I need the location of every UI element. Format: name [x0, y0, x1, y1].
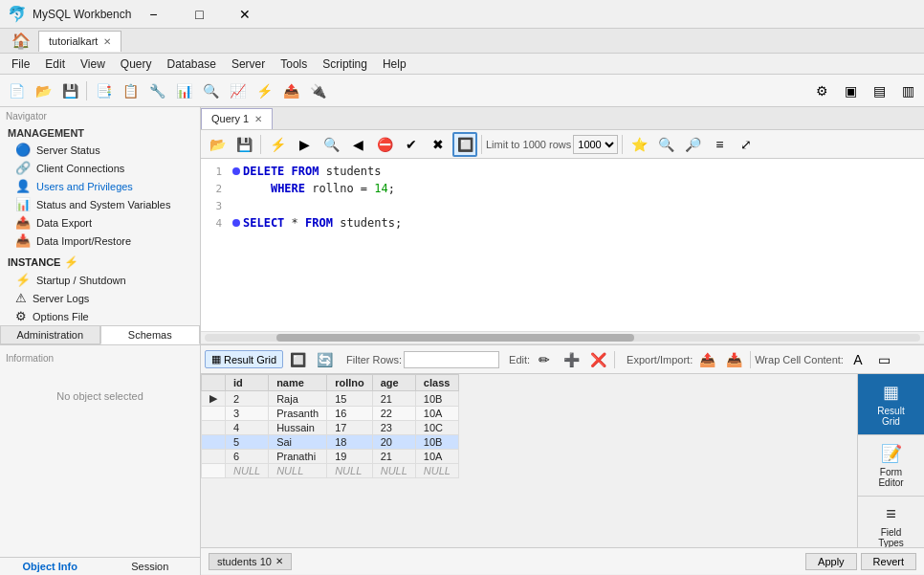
menu-edit[interactable]: Edit — [37, 55, 73, 73]
right-tab-field-types[interactable]: ≡ FieldTypes — [858, 497, 924, 547]
results-tab[interactable]: students 10 ✕ — [209, 553, 292, 570]
col-header-class[interactable]: class — [415, 375, 458, 391]
menu-file[interactable]: File — [4, 55, 37, 73]
limit-select[interactable]: 1000 — [573, 135, 618, 154]
table-row[interactable]: 4 Hussain 17 23 10C — [202, 421, 459, 435]
toolbar-open-btn[interactable]: 📂 — [31, 78, 55, 103]
hscroll[interactable] — [201, 331, 924, 344]
table-row[interactable]: 6 Pranathi 19 21 10A — [202, 450, 459, 464]
menu-query[interactable]: Query — [113, 55, 160, 73]
wrap-btn-2[interactable]: ▭ — [872, 347, 897, 372]
home-icon[interactable]: 🏠 — [4, 32, 38, 50]
revert-button[interactable]: Revert — [861, 553, 916, 570]
toolbar-new-btn[interactable]: 📄 — [4, 78, 29, 103]
sql-toggle-btn[interactable]: 🔲 — [452, 132, 477, 157]
results-tab-close[interactable]: ✕ — [275, 556, 283, 566]
sql-execute-current-btn[interactable]: ▶ — [292, 132, 317, 157]
main-layout: Navigator MANAGEMENT 🔵 Server Status 🔗 C… — [0, 107, 924, 575]
tab-session[interactable]: Session — [100, 558, 201, 575]
sidebar-item-client-connections[interactable]: 🔗 Client Connections — [0, 159, 200, 177]
toolbar-btn-3[interactable]: 📋 — [118, 78, 143, 103]
cell-age-4: 20 — [372, 435, 415, 450]
sidebar-item-startup-shutdown[interactable]: ⚡ Startup / Shutdown — [0, 271, 200, 289]
menu-database[interactable]: Database — [160, 55, 224, 73]
close-button[interactable]: ✕ — [223, 0, 267, 29]
form-editor-tab-icon: 📝 — [881, 443, 902, 464]
menu-tools[interactable]: Tools — [273, 55, 315, 73]
toolbar-btn-4[interactable]: 🔧 — [144, 78, 169, 103]
col-header-age[interactable]: age — [372, 375, 415, 391]
cell-class-3: 10C — [415, 421, 458, 435]
query-tab-close[interactable]: ✕ — [254, 114, 262, 124]
query-tab-1[interactable]: Query 1 ✕ — [201, 108, 273, 129]
col-header-rollno[interactable]: rollno — [327, 375, 373, 391]
sql-search2-btn[interactable]: 🔍 — [653, 132, 678, 157]
toolbar-view3-btn[interactable]: ▥ — [895, 78, 920, 103]
col-header-name[interactable]: name — [269, 375, 327, 391]
toolbar-settings-btn[interactable]: ⚙ — [809, 78, 834, 103]
toolbar-btn-7[interactable]: 📈 — [225, 78, 250, 103]
results-btn-2[interactable]: 🔲 — [285, 347, 310, 372]
import-btn[interactable]: 📥 — [721, 347, 746, 372]
result-grid-icon: ▦ — [211, 353, 221, 365]
toolbar-btn-2[interactable]: 📑 — [91, 78, 116, 103]
connection-tab[interactable]: tutorialkart ✕ — [38, 31, 121, 52]
toolbar-btn-9[interactable]: 📤 — [278, 78, 303, 103]
sql-execute-btn[interactable]: ⚡ — [265, 132, 290, 157]
sql-zoom-btn[interactable]: 🔎 — [680, 132, 705, 157]
tab-administration[interactable]: Administration — [0, 325, 100, 344]
sql-stop-btn[interactable]: ⛔ — [372, 132, 397, 157]
sidebar-item-users-privileges[interactable]: 👤 Users and Privileges — [0, 177, 200, 195]
toolbar-btn-6[interactable]: 🔍 — [198, 78, 223, 103]
toolbar-save-btn[interactable]: 💾 — [57, 78, 82, 103]
sql-commit-btn[interactable]: ✔ — [399, 132, 424, 157]
sql-search-btn[interactable]: 🔍 — [319, 132, 343, 157]
sidebar-item-data-export[interactable]: 📤 Data Export — [0, 213, 200, 232]
edit-btn-2[interactable]: ➕ — [559, 347, 583, 372]
toolbar-btn-5[interactable]: 📊 — [171, 78, 196, 103]
sidebar-item-options-file[interactable]: ⚙ Options File — [0, 307, 200, 325]
connection-tab-close[interactable]: ✕ — [103, 36, 111, 47]
sql-cancel-btn[interactable]: ✖ — [426, 132, 451, 157]
edit-btn-3[interactable]: ❌ — [585, 347, 610, 372]
export-btn[interactable]: 📤 — [694, 347, 719, 372]
apply-button[interactable]: Apply — [805, 553, 857, 570]
table-row[interactable]: 5 Sai 18 20 10B — [202, 435, 459, 450]
toolbar-view2-btn[interactable]: ▤ — [867, 78, 891, 103]
sql-save-btn[interactable]: 💾 — [231, 132, 256, 157]
users-privileges-icon: 👤 — [15, 179, 31, 193]
toolbar-btn-10[interactable]: 🔌 — [305, 78, 330, 103]
wrap-btn-1[interactable]: A — [846, 347, 870, 372]
sql-editor[interactable]: 1 DELETE FROM students 2 WHERE rollno = … — [201, 159, 924, 331]
results-refresh-btn[interactable]: 🔄 — [312, 347, 337, 372]
sql-cols-btn[interactable]: ≡ — [707, 132, 732, 157]
right-tab-result-grid[interactable]: ▦ ResultGrid — [858, 374, 924, 435]
menu-server[interactable]: Server — [224, 55, 273, 73]
result-grid[interactable]: id name rollno age class ▶ 2 Raj — [201, 374, 857, 547]
tab-object-info[interactable]: Object Info — [0, 558, 100, 575]
toolbar-view1-btn[interactable]: ▣ — [838, 78, 863, 103]
menu-scripting[interactable]: Scripting — [315, 55, 375, 73]
tab-schemas[interactable]: Schemas — [100, 325, 201, 344]
sql-line-3: 3 — [201, 197, 924, 214]
table-row[interactable]: 3 Prasanth 16 22 10A — [202, 407, 459, 421]
filter-input[interactable] — [404, 351, 499, 368]
right-tab-form-editor[interactable]: 📝 FormEditor — [858, 435, 924, 497]
result-grid-btn[interactable]: ▦ Result Grid — [205, 350, 283, 368]
edit-btn-1[interactable]: ✏ — [532, 347, 557, 372]
sidebar-item-status-variables[interactable]: 📊 Status and System Variables — [0, 195, 200, 213]
sql-back-btn[interactable]: ◀ — [345, 132, 370, 157]
sql-open-btn[interactable]: 📂 — [205, 132, 230, 157]
maximize-button[interactable]: □ — [177, 0, 221, 29]
col-header-id[interactable]: id — [226, 375, 269, 391]
menu-view[interactable]: View — [73, 55, 113, 73]
sidebar-item-data-import[interactable]: 📥 Data Import/Restore — [0, 232, 200, 250]
table-row[interactable]: ▶ 2 Raja 15 21 10B — [202, 391, 459, 407]
toolbar-btn-8[interactable]: ⚡ — [252, 78, 276, 103]
sidebar-item-server-logs[interactable]: ⚠ Server Logs — [0, 289, 200, 307]
sql-expand-btn[interactable]: ⤢ — [734, 132, 759, 157]
sql-bookmark-btn[interactable]: ⭐ — [627, 132, 651, 157]
menu-help[interactable]: Help — [375, 55, 414, 73]
sidebar-item-server-status[interactable]: 🔵 Server Status — [0, 141, 200, 159]
minimize-button[interactable]: − — [131, 0, 175, 29]
